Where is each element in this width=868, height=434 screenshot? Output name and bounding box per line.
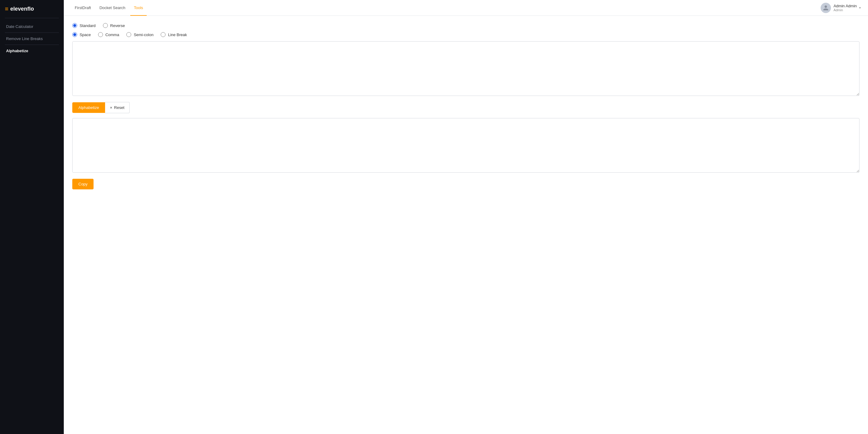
radio-linebreak[interactable] — [161, 32, 165, 37]
input-textarea[interactable] — [72, 41, 860, 96]
radio-standard-label[interactable]: Standard — [72, 23, 96, 28]
user-name: Admin Admin — [833, 4, 857, 8]
sidebar-item-alphabetize[interactable]: Alphabetize — [0, 45, 64, 57]
radio-space-label[interactable]: Space — [72, 32, 91, 37]
logo-text: elevenflo — [10, 6, 34, 12]
alphabetize-button[interactable]: Alphabetize — [72, 102, 105, 113]
tab-docket-search[interactable]: Docket Search — [96, 0, 129, 16]
radio-reverse-label[interactable]: Reverse — [103, 23, 125, 28]
tab-tools[interactable]: Tools — [130, 0, 147, 16]
logo-icon: ≡ — [5, 5, 8, 12]
output-textarea[interactable] — [72, 118, 860, 173]
radio-reverse[interactable] — [103, 23, 108, 28]
app-logo: ≡ elevenflo — [0, 0, 64, 18]
avatar — [820, 3, 831, 13]
radio-comma[interactable] — [98, 32, 103, 37]
person-icon — [823, 5, 829, 11]
chevron-down-icon: ▾ — [859, 6, 861, 9]
copy-button[interactable]: Copy — [72, 179, 94, 189]
radio-standard[interactable] — [72, 23, 77, 28]
user-role: Admin — [833, 8, 857, 12]
header-tabs: FirstDraft Docket Search Tools — [71, 0, 147, 15]
x-icon: × — [110, 105, 112, 110]
user-info: Admin Admin Admin — [833, 4, 857, 12]
radio-comma-label[interactable]: Comma — [98, 32, 119, 37]
page-content: Standard Reverse Space Comma Semi-colon — [64, 16, 868, 434]
radio-semicolon[interactable] — [126, 32, 131, 37]
action-buttons-row: Alphabetize × Reset — [72, 102, 860, 113]
header: FirstDraft Docket Search Tools Admin Adm… — [64, 0, 868, 16]
user-menu[interactable]: Admin Admin Admin ▾ — [820, 3, 861, 13]
radio-space[interactable] — [72, 32, 77, 37]
order-radio-group: Standard Reverse — [72, 23, 860, 28]
separator-radio-group: Space Comma Semi-colon Line Break — [72, 32, 860, 37]
radio-semicolon-label[interactable]: Semi-colon — [126, 32, 153, 37]
tab-firstdraft[interactable]: FirstDraft — [71, 0, 94, 16]
reset-button[interactable]: × Reset — [105, 102, 130, 113]
radio-linebreak-label[interactable]: Line Break — [161, 32, 187, 37]
sidebar-item-date-calculator[interactable]: Date Calculator — [0, 21, 64, 32]
sidebar: ≡ elevenflo Date Calculator Remove Line … — [0, 0, 64, 434]
sidebar-item-remove-line-breaks[interactable]: Remove Line Breaks — [0, 33, 64, 45]
main-content: FirstDraft Docket Search Tools Admin Adm… — [64, 0, 868, 434]
sidebar-nav: Date Calculator Remove Line Breaks Alpha… — [0, 18, 64, 59]
